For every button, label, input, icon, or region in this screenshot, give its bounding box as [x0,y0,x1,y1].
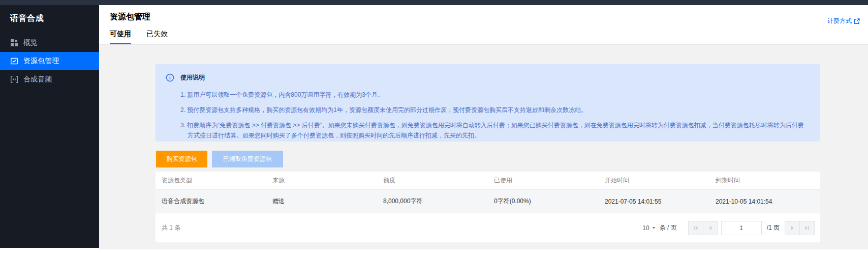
prev-page-button[interactable] [703,221,718,235]
cell-package-type: 语音合成资源包 [156,197,266,206]
notice-header: 使用说明 [166,73,806,82]
page-header: 资源包管理 可使用 已失效 计费方式 [99,5,868,45]
billing-method-link[interactable]: 计费方式 [827,17,860,25]
cell-expire-time: 2021-10-05 14:01:54 [709,198,820,205]
page-size-select[interactable]: 10 条 / 页 [642,223,676,232]
cell-source: 赠送 [266,197,377,206]
column-expire-time: 到期时间 [709,176,820,185]
top-nav-bar [0,0,868,5]
column-start-time: 开始时间 [599,176,709,185]
speech-synthesis-console: 语音合成 概览 资源包管理 合成音频 资源包管理 可使用 已失效 [0,0,868,253]
sidebar-product-title: 语音合成 [0,5,99,34]
column-source: 来源 [266,176,377,185]
notice-item: 2. 预付费资源包支持多种规格，购买的资源包有效期均为1年，资源包额度未使用完的… [180,105,806,115]
billing-method-label: 计费方式 [827,17,852,25]
next-page-icon [789,225,795,231]
cell-quota: 8,000,000字符 [377,197,488,206]
buy-resource-package-button[interactable]: 购买资源包 [156,151,207,167]
pager: /1 页 [688,221,815,235]
tab-bar: 可使用 已失效 [110,30,183,44]
info-icon [166,73,174,82]
next-page-button[interactable] [785,221,800,235]
cell-start-time: 2021-07-05 14:01:55 [599,198,709,205]
prev-page-icon [707,225,714,231]
sidebar-item-label: 概览 [23,38,38,47]
free-package-claimed-button[interactable]: 已领取免费资源包 [212,151,283,167]
total-pages-label: /1 页 [767,223,780,232]
sidebar-item-resource-packages[interactable]: 资源包管理 [0,52,99,70]
cell-used: 0字符(0.00%) [488,197,599,206]
external-link-icon [854,18,860,24]
notice-list: 1. 新用户可以领取一个免费资源包，内含800万调用字符，有效期为3个月。 2.… [166,90,806,140]
table-footer: 共 1 条 10 条 / 页 [156,213,820,242]
package-icon [10,57,18,65]
content-area: 使用说明 1. 新用户可以领取一个免费资源包，内含800万调用字符，有效期为3个… [99,45,868,249]
notice-item: 3. 扣费顺序为“免费资源包 >> 付费资源包 >> 后付费”。如果您未购买付费… [180,120,806,140]
page-number-input[interactable] [721,221,762,235]
sidebar-item-overview[interactable]: 概览 [0,34,99,52]
table-header-row: 资源包类型 来源 额度 已使用 开始时间 到期时间 [156,172,820,190]
notice-title: 使用说明 [180,73,205,82]
usage-notice-banner: 使用说明 1. 新用户可以领取一个免费资源包，内含800万调用字符，有效期为3个… [156,64,820,142]
resource-package-table: 资源包类型 来源 额度 已使用 开始时间 到期时间 语音合成资源包 赠送 8,0… [156,172,820,242]
pagination-controls: 10 条 / 页 /1 页 [642,221,815,235]
tab-available[interactable]: 可使用 [110,30,131,44]
column-quota: 额度 [377,176,488,185]
audio-icon [10,75,18,83]
sidebar-item-label: 资源包管理 [23,57,59,66]
sidebar-item-label: 合成音频 [23,75,52,84]
chevron-down-icon [652,226,656,230]
first-page-icon [693,225,699,231]
first-page-button[interactable] [688,221,703,235]
notice-item: 1. 新用户可以领取一个免费资源包，内含800万调用字符，有效期为3个月。 [180,90,806,100]
table-row: 语音合成资源包 赠送 8,000,000字符 0字符(0.00%) 2021-0… [156,190,820,213]
last-page-icon [804,225,810,231]
total-count-label: 共 1 条 [162,223,180,232]
tab-expired[interactable]: 已失效 [146,30,168,44]
page-size-unit: 条 / 页 [660,223,677,232]
last-page-button[interactable] [799,221,815,235]
column-type: 资源包类型 [156,176,266,185]
page-title: 资源包管理 [110,12,150,22]
grid-icon [10,39,18,47]
column-used: 已使用 [488,176,599,185]
page-size-value: 10 [642,224,649,232]
sidebar: 语音合成 概览 资源包管理 合成音频 [0,5,99,248]
sidebar-item-synthesized-audio[interactable]: 合成音频 [0,70,99,89]
